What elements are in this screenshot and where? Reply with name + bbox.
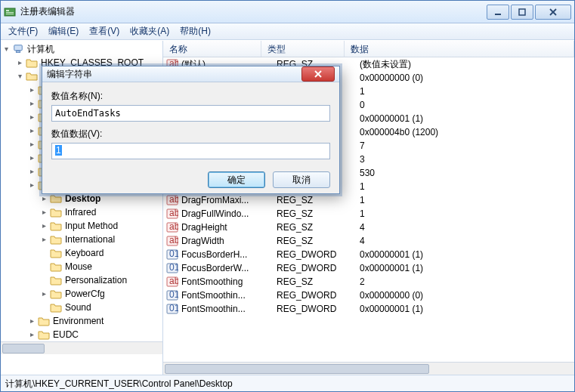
value-row[interactable]: abFontSmoothingREG_SZ2 [163, 275, 574, 289]
tree-item[interactable]: ▸Infrared [1, 205, 162, 219]
value-data-input[interactable]: 1 [51, 143, 330, 159]
value-data: 2 [360, 276, 574, 287]
expand-icon[interactable]: ▸ [28, 86, 36, 94]
expand-icon[interactable]: ▸ [40, 222, 48, 230]
dialog-title: 编辑字符串 [47, 68, 301, 81]
string-value-icon: ab [166, 208, 178, 220]
value-row[interactable]: 011FocusBorderH...REG_DWORD0x00000001 (1… [163, 248, 574, 261]
tree-label: Infrared [65, 207, 96, 218]
folder-icon [50, 234, 62, 245]
tree-item[interactable]: Mouse [1, 260, 162, 273]
value-row[interactable]: 011FontSmoothin...REG_DWORD0x00000001 (1… [163, 302, 574, 316]
statusbar: 计算机\HKEY_CURRENT_USER\Control Panel\Desk… [1, 375, 574, 391]
svg-text:011: 011 [169, 303, 178, 313]
value-row[interactable]: 011FocusBorderW...REG_DWORD0x00000001 (1… [163, 261, 574, 275]
list-header[interactable]: 名称 类型 数据 [163, 41, 574, 57]
computer-icon [12, 44, 24, 54]
app-icon [4, 6, 16, 18]
tree-label: Mouse [65, 261, 92, 272]
edit-string-dialog: 编辑字符串 数值名称(N): 数值数据(V): 1 确定 取消 [42, 66, 340, 194]
svg-rect-3 [6, 14, 14, 14]
expand-icon[interactable]: ▸ [28, 168, 36, 176]
dialog-titlebar[interactable]: 编辑字符串 [42, 66, 339, 82]
col-data[interactable]: 数据 [345, 41, 574, 57]
expand-icon[interactable]: ▸ [40, 208, 48, 217]
tree-label: Keyboard [65, 248, 104, 258]
menu-item[interactable]: 查看(V) [85, 23, 124, 39]
value-type: REG_SZ [277, 236, 360, 246]
expand-icon[interactable]: ▸ [40, 195, 48, 203]
menu-item[interactable]: 编辑(E) [44, 23, 83, 39]
list-hscrollbar[interactable] [163, 362, 574, 375]
expand-icon[interactable]: ▸ [28, 100, 36, 108]
tree-root[interactable]: ▾ 计算机 [1, 42, 162, 56]
svg-rect-2 [6, 12, 14, 13]
menubar: 文件(F)编辑(E)查看(V)收藏夹(A)帮助(H) [1, 23, 574, 40]
expand-icon[interactable] [40, 249, 48, 258]
svg-rect-9 [16, 51, 20, 53]
col-name[interactable]: 名称 [163, 41, 261, 57]
tree-item[interactable]: Sound [1, 301, 162, 314]
expand-icon[interactable]: ▾ [16, 73, 24, 81]
expand-icon[interactable]: ▸ [28, 154, 36, 162]
col-type[interactable]: 类型 [261, 41, 345, 57]
tree-item[interactable]: ▸PowerCfg [1, 287, 162, 301]
value-row[interactable]: 011FontSmoothin...REG_DWORD0x00000000 (0… [163, 289, 574, 302]
dialog-buttons: 确定 取消 [42, 171, 339, 196]
tree-item[interactable]: ▸Input Method [1, 219, 162, 233]
tree-item[interactable]: Personalization [1, 273, 162, 287]
expand-icon[interactable]: ▸ [28, 331, 36, 339]
expand-icon[interactable]: ▸ [16, 59, 24, 67]
expand-icon[interactable]: ▸ [28, 181, 36, 190]
expand-icon[interactable]: ▾ [2, 45, 11, 54]
cancel-button[interactable]: 取消 [273, 171, 330, 188]
expand-icon[interactable] [40, 304, 48, 312]
folder-icon [50, 207, 62, 218]
expand-icon[interactable] [40, 276, 48, 285]
tree-item[interactable]: ▸EUDC [1, 328, 162, 341]
titlebar[interactable]: 注册表编辑器 [1, 1, 574, 23]
tree-hscrollbar[interactable] [1, 341, 162, 354]
tree-item[interactable]: ▸Environment [1, 314, 162, 328]
value-data: 1 [360, 86, 574, 97]
value-name-input[interactable] [51, 105, 330, 122]
dword-value-icon: 011 [166, 262, 178, 274]
value-name: DragFullWindo... [181, 208, 277, 219]
svg-rect-5 [519, 9, 525, 15]
menu-item[interactable]: 收藏夹(A) [125, 23, 174, 39]
dword-value-icon: 011 [166, 248, 178, 261]
folder-icon [26, 57, 38, 68]
maximize-button[interactable] [511, 5, 533, 20]
value-type: REG_SZ [277, 208, 360, 219]
tree-label: Personalization [65, 275, 127, 286]
dialog-close-button[interactable] [301, 66, 335, 82]
expand-icon[interactable]: ▸ [40, 236, 48, 244]
folder-icon [50, 261, 62, 272]
string-value-icon: ab [166, 276, 178, 288]
tree-item[interactable]: Keyboard [1, 246, 162, 260]
expand-icon[interactable]: ▸ [28, 127, 36, 135]
menu-item[interactable]: 文件(F) [4, 23, 42, 39]
value-row[interactable]: abDragHeightREG_SZ4 [163, 221, 574, 234]
dword-value-icon: 011 [166, 289, 178, 301]
close-button[interactable] [535, 5, 571, 20]
menu-item[interactable]: 帮助(H) [175, 23, 215, 39]
expand-icon[interactable]: ▸ [28, 113, 36, 122]
folder-icon [50, 248, 62, 258]
value-data: 1 [360, 195, 574, 205]
expand-icon[interactable]: ▸ [40, 290, 48, 298]
value-type: REG_SZ [277, 222, 360, 233]
window-title: 注册表编辑器 [20, 5, 485, 18]
ok-button[interactable]: 确定 [208, 171, 265, 188]
minimize-button[interactable] [487, 5, 509, 20]
expand-icon[interactable]: ▸ [28, 140, 36, 149]
svg-rect-1 [6, 10, 9, 11]
string-value-icon: ab [166, 235, 178, 247]
value-row[interactable]: abDragWidthREG_SZ4 [163, 234, 574, 248]
value-name: FocusBorderW... [181, 263, 277, 273]
tree-item[interactable]: ▸International [1, 233, 162, 246]
expand-icon[interactable] [40, 263, 48, 271]
value-row[interactable]: abDragFullWindo...REG_SZ1 [163, 207, 574, 221]
expand-icon[interactable]: ▸ [28, 317, 36, 326]
svg-text:011: 011 [169, 289, 178, 300]
